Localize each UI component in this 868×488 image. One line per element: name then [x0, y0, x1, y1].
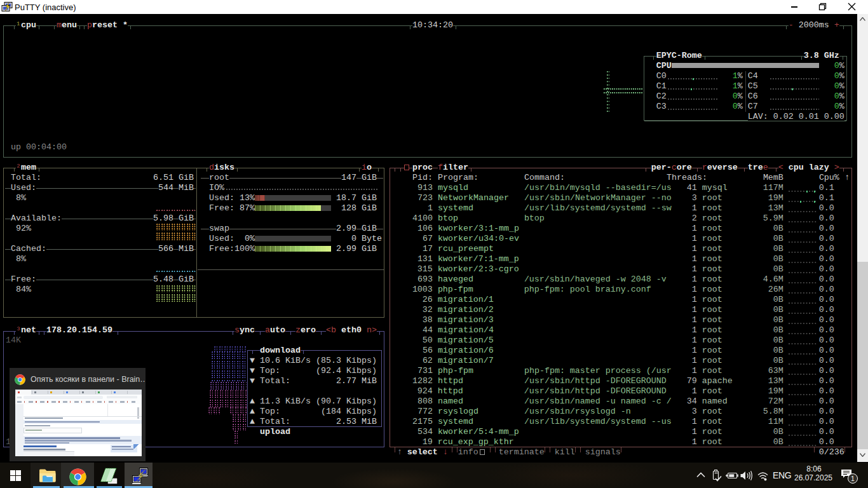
svg-text:1: 1	[851, 475, 855, 482]
